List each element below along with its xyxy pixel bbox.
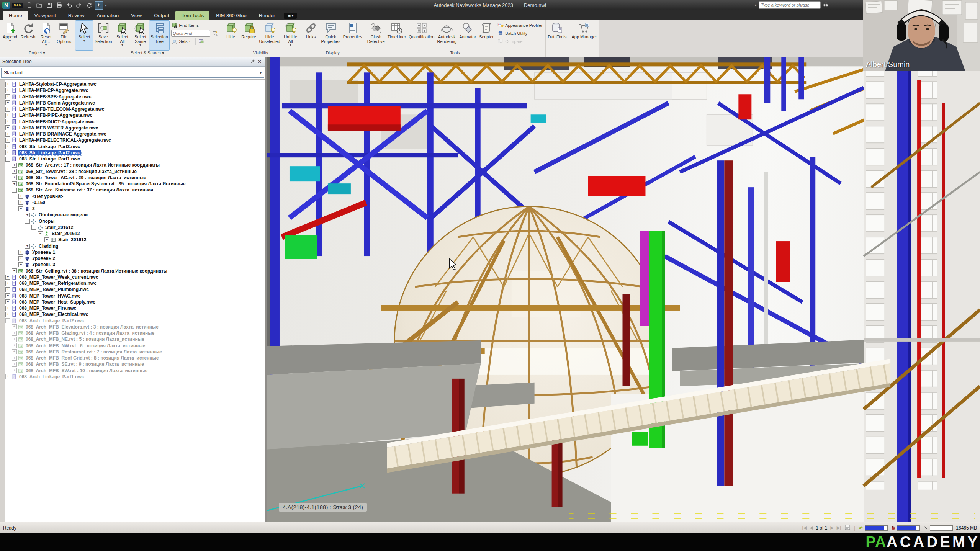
expand-box[interactable]: +: [18, 262, 23, 267]
qat-undo-button[interactable]: [65, 2, 73, 9]
pin-icon[interactable]: [249, 59, 256, 64]
binoculars-icon[interactable]: [823, 1, 829, 9]
expand-box[interactable]: +: [5, 88, 10, 93]
sheet-browser-icon[interactable]: [844, 524, 851, 531]
expand-box[interactable]: +: [5, 150, 10, 155]
expand-box[interactable]: +: [5, 132, 10, 137]
tree-item[interactable]: +068_Arch_MFB_Roof Grid.rvt : 8 : позици…: [5, 355, 265, 361]
expand-box[interactable]: +: [5, 119, 10, 124]
expand-box[interactable]: +: [5, 299, 10, 304]
file-options-button[interactable]: File Options: [55, 21, 73, 50]
tab-review[interactable]: Review: [62, 11, 90, 20]
tree-item[interactable]: −Опоры: [5, 218, 265, 224]
tree-item[interactable]: +Уровень 1: [5, 249, 265, 255]
expand-box[interactable]: +: [12, 337, 17, 342]
keyword-search-input[interactable]: [759, 1, 821, 9]
tree-item[interactable]: +Stair_201612: [5, 237, 265, 243]
tree-item[interactable]: +Cladding: [5, 243, 265, 249]
links-button[interactable]: Links: [302, 21, 320, 50]
qat-open-file-button[interactable]: [35, 2, 43, 9]
append-button[interactable]: Append▾: [1, 21, 19, 50]
collapse-box[interactable]: −: [38, 231, 43, 236]
tree-item[interactable]: +068_Str_Linkage_Part3.nwc: [5, 144, 265, 150]
qat-new-file-button[interactable]: [25, 2, 33, 9]
qat-customize-caret[interactable]: ▾: [105, 3, 107, 7]
qat-refresh-button[interactable]: [85, 2, 93, 9]
expand-box[interactable]: +: [18, 194, 23, 199]
tree-item[interactable]: +068_MEP_Tower_Refrigeration.nwc: [5, 280, 265, 286]
tree-item[interactable]: +LAHTA-MFB-SPB-Aggregate.nwc: [5, 94, 265, 100]
properties-button[interactable]: Properties: [342, 21, 363, 50]
last-sheet-button[interactable]: ▶|: [837, 525, 841, 530]
tab-home[interactable]: Home: [3, 11, 28, 20]
scripter-button[interactable]: Scripter: [478, 21, 495, 50]
sets-button[interactable]: Sets▾: [171, 38, 218, 45]
tree-item[interactable]: +LAHTA-MFB-DRAINAGE-Aggregate.nwc: [5, 131, 265, 137]
tree-item[interactable]: +068_Arch_MFB_NE.rvt : 5 : позиция Лахта…: [5, 336, 265, 342]
batch-utility-button[interactable]: Batch Utility: [497, 29, 542, 37]
quantification-button[interactable]: Quantification: [407, 21, 435, 50]
quick-properties-button[interactable]: Quick Properties: [320, 21, 342, 50]
expand-box[interactable]: +: [12, 356, 17, 361]
collapse-box[interactable]: −: [31, 225, 36, 230]
expand-box[interactable]: +: [5, 100, 10, 105]
prev-sheet-button[interactable]: ◀: [810, 525, 813, 530]
expand-box[interactable]: +: [25, 244, 30, 249]
qat-print-button[interactable]: [55, 2, 63, 9]
animator-button[interactable]: Animator: [458, 21, 477, 50]
app-logo-icon[interactable]: N: [2, 2, 10, 9]
viewport-3d[interactable]: 4.A(218)-4.1(188) : Этаж 3 (24): [267, 57, 980, 522]
select-same-button[interactable]: Select Same▾: [131, 21, 149, 50]
tab-output[interactable]: Output: [148, 11, 175, 20]
hide-unselected-button[interactable]: Hide Unselected: [258, 21, 281, 50]
expand-box[interactable]: +: [12, 169, 17, 174]
selection-tree-button[interactable]: Selection Tree: [149, 21, 169, 50]
expand-box[interactable]: +: [18, 256, 23, 261]
tree-item[interactable]: +068_Str_Arc.rvt : 17 : позиция Лахта Ис…: [5, 162, 265, 168]
tree-item[interactable]: +068_MEP_Tower_Plumbing.nwc: [5, 286, 265, 293]
tab-render[interactable]: Render: [253, 11, 281, 20]
expand-box[interactable]: +: [12, 163, 17, 168]
tree-item[interactable]: +068_Arch_MFB_Glazing.rvt : 4 : позиция …: [5, 330, 265, 336]
tree-item[interactable]: +068_Arch_MFB_NW.rvt : 6 : позиция Лахта…: [5, 343, 265, 349]
tab-item-tools[interactable]: Item Tools: [175, 11, 209, 20]
tree-item[interactable]: +068_MEP_Tower_HVAC.nwc: [5, 293, 265, 299]
tree-item[interactable]: +068_Str_Tower.rvt : 28 : позиция Лахта_…: [5, 168, 265, 175]
refresh-button[interactable]: Refresh: [19, 21, 37, 50]
collapse-box[interactable]: −: [18, 206, 23, 211]
expand-box[interactable]: +: [5, 144, 10, 149]
expand-box[interactable]: +: [5, 113, 10, 118]
tree-item[interactable]: +068_MEP_Tower_Heat_Supply.nwc: [5, 299, 265, 305]
tree-item[interactable]: +Обобщенные модели: [5, 212, 265, 218]
expand-box[interactable]: +: [12, 324, 17, 329]
tab-viewpoint[interactable]: Viewpoint: [29, 11, 62, 20]
expand-box[interactable]: +: [12, 343, 17, 348]
expand-box[interactable]: +: [18, 200, 23, 205]
collapse-box[interactable]: −: [5, 318, 10, 323]
tree-item[interactable]: −Stair_201612: [5, 231, 265, 237]
tree-item[interactable]: −068_Str_Linkage_Part1.nwc: [5, 156, 265, 162]
tree-item[interactable]: +LAHTA-MFB-ELECTRICAL-Aggregate.nwc: [5, 137, 265, 143]
expand-box[interactable]: +: [5, 94, 10, 99]
select-button[interactable]: Select▾: [75, 21, 93, 50]
expand-box[interactable]: +: [5, 138, 10, 143]
tree-item[interactable]: +068_MEP_Tower_Weak_current.nwc: [5, 274, 265, 280]
expand-box[interactable]: +: [12, 362, 17, 367]
tree-item[interactable]: +068_Str_FoundationPitSpacerSystem.rvt :…: [5, 181, 265, 187]
expand-box[interactable]: +: [12, 349, 17, 354]
expand-box[interactable]: +: [5, 287, 10, 292]
tree-item[interactable]: +068_Arch_Linkage_Part1.nwc: [5, 374, 265, 380]
sets-window-button[interactable]: [195, 38, 204, 45]
tree-item[interactable]: +068_Arch_MFB_SW.rvt : 10 : позиция Лахт…: [5, 368, 265, 374]
expand-box[interactable]: +: [18, 250, 23, 255]
app-manager-button[interactable]: App Manager: [570, 21, 598, 50]
expand-box[interactable]: +: [5, 82, 10, 87]
tree-item[interactable]: +068_MEP_Tower_Fire.nwc: [5, 305, 265, 311]
viewport-3d-scene[interactable]: [267, 57, 980, 522]
compare-button[interactable]: Compare: [497, 38, 542, 45]
hide-button[interactable]: Hide: [222, 21, 240, 50]
expand-box[interactable]: +: [25, 213, 30, 217]
clash-detective-button[interactable]: Clash Detective: [366, 21, 386, 50]
tree-item[interactable]: +Уровень 2: [5, 255, 265, 262]
tree-standard-dropdown[interactable]: Standard ▾: [1, 68, 264, 78]
